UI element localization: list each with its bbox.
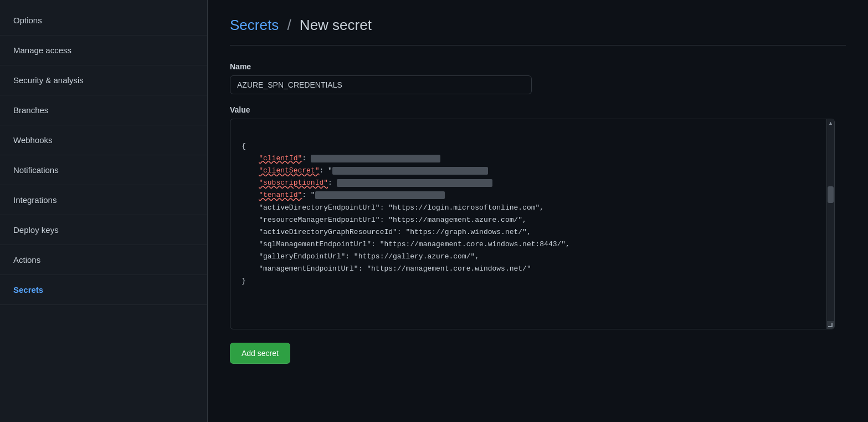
breadcrumb-current: New secret	[300, 17, 372, 33]
sidebar-item-actions[interactable]: Actions	[0, 245, 207, 275]
scroll-thumb[interactable]	[828, 186, 834, 203]
sidebar-item-label: Options	[13, 16, 42, 25]
breadcrumb: Secrets / New secret	[230, 17, 846, 45]
breadcrumb-link[interactable]: Secrets	[230, 17, 279, 33]
resize-icon	[828, 323, 833, 327]
sidebar-item-integrations[interactable]: Integrations	[0, 185, 207, 215]
value-label: Value	[230, 105, 846, 114]
sidebar-item-label: Manage access	[13, 45, 71, 55]
sidebar-item-security-analysis[interactable]: Security & analysis	[0, 65, 207, 95]
sidebar-item-label: Deploy keys	[13, 225, 59, 235]
add-secret-button[interactable]: Add secret	[230, 343, 290, 364]
sidebar: Options Manage access Security & analysi…	[0, 0, 208, 422]
code-content[interactable]: { "clientId": "clientSecret": " "subscri…	[242, 128, 823, 299]
sidebar-item-label: Branches	[13, 105, 48, 115]
sidebar-item-label: Integrations	[13, 195, 57, 205]
sidebar-item-label: Notifications	[13, 165, 59, 175]
sidebar-item-options[interactable]: Options	[0, 6, 207, 35]
name-label: Name	[230, 62, 846, 71]
sidebar-item-manage-access[interactable]: Manage access	[0, 35, 207, 65]
name-input[interactable]	[230, 75, 532, 94]
scroll-up-arrow[interactable]: ▲	[827, 119, 835, 127]
main-content: Secrets / New secret Name Value { "clien…	[208, 0, 868, 422]
sidebar-item-notifications[interactable]: Notifications	[0, 155, 207, 185]
sidebar-item-label: Webhooks	[13, 135, 53, 145]
sidebar-item-webhooks[interactable]: Webhooks	[0, 125, 207, 155]
breadcrumb-separator: /	[287, 17, 291, 33]
sidebar-item-deploy-keys[interactable]: Deploy keys	[0, 215, 207, 245]
sidebar-item-branches[interactable]: Branches	[0, 95, 207, 125]
sidebar-item-label: Security & analysis	[13, 75, 84, 85]
scrollbar[interactable]: ▲ ▼	[826, 119, 834, 329]
sidebar-item-secrets[interactable]: Secrets	[0, 275, 207, 305]
sidebar-item-label: Secrets	[13, 285, 43, 294]
resize-handle[interactable]	[826, 321, 834, 329]
sidebar-item-label: Actions	[13, 255, 40, 265]
value-code-box: { "clientId": "clientSecret": " "subscri…	[230, 119, 835, 329]
